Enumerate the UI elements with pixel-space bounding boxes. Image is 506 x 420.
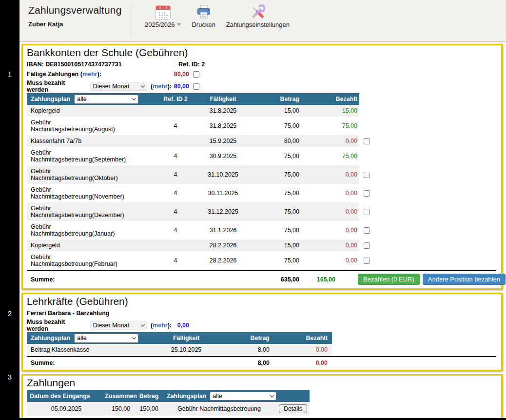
pay-select-checkbox[interactable]: [364, 227, 370, 234]
sum-label: Summe:: [27, 360, 228, 366]
app-header: Zahlungsverwaltung Zuber Katja 2025/2026: [19, 0, 506, 41]
details-button[interactable]: Details: [279, 404, 307, 413]
teacher-sum-row: Summe: 8,00 0,00: [27, 356, 496, 366]
payment-due-date: 30.11.2025: [193, 190, 253, 197]
plan-filter-select[interactable]: alle: [74, 95, 138, 104]
chevron-down-icon: [141, 322, 145, 326]
payment-name: Klassenfahrt 7a/7b: [27, 138, 133, 144]
fee-table-row: Gebühr Nachmittagsbetreuung(August) 4 31…: [27, 117, 496, 135]
sum-paid: 0,00: [272, 360, 332, 366]
pay-select-checkbox[interactable]: [364, 258, 370, 264]
panel-bank-accounts: Bankkonten der Schule (Gebühren) IBAN: D…: [21, 44, 503, 290]
fee-table-row: Gebühr Nachmittagsbetreuung(Februar) 4 2…: [27, 251, 496, 270]
teacher-must-pay-amount: 0,00: [172, 321, 189, 330]
chevron-down-icon: [270, 393, 274, 397]
payment-date: 05.09.2025: [27, 405, 106, 412]
chevron-down-icon: [177, 23, 181, 28]
payment-paid: 15,00: [302, 107, 359, 114]
must-pay-more-link[interactable]: mehr: [153, 83, 168, 90]
panel-payments: Zahlungen Datum des Eingangs Zusammen Be…: [21, 374, 503, 420]
pay-button[interactable]: Bezahlen (0 EUR): [358, 274, 420, 285]
payment-settings-label: Zahlungseinstellungen: [226, 21, 290, 28]
section-marker-2: 2: [0, 309, 19, 318]
pay-select-checkbox[interactable]: [364, 138, 370, 144]
payment-due-date: 31.8.2025: [193, 122, 253, 129]
due-more-link[interactable]: mehr: [82, 71, 97, 78]
payments-plan-filter-select[interactable]: alle: [210, 392, 276, 400]
payment-due-date: 28.2.2026: [193, 257, 253, 264]
col-amount: Betrag: [228, 335, 272, 341]
teacher-must-pay-line: Muss bezahlt werden Dieser Monat (mehr):: [27, 319, 172, 332]
section-title-teachers: Lehrkräfte (Gebühren): [27, 296, 496, 307]
due-amount-checkbox[interactable]: [193, 71, 199, 78]
print-button[interactable]: Drucken: [192, 3, 215, 41]
calendar-icon: [156, 3, 171, 21]
pay-other-position-button[interactable]: Andere Position bezahlen: [423, 274, 506, 285]
school-year-label: 2025/2026: [145, 21, 175, 28]
chevron-down-icon: [141, 83, 145, 87]
payment-paid: 75,00: [302, 122, 359, 129]
printer-icon: [196, 3, 212, 21]
payment-paid: 0,00: [302, 171, 359, 178]
pay-select-checkbox[interactable]: [364, 190, 370, 197]
ref-id-label: Ref. ID: 2: [172, 60, 202, 69]
payment-paid: 0,00: [302, 138, 359, 144]
toolbar: 2025/2026: [131, 0, 290, 41]
col-amount: Betrag: [253, 96, 302, 102]
payment-paid: 0,00: [272, 346, 332, 353]
payment-name: Gebühr Nachmittagsbetreuung(November): [27, 186, 133, 200]
sum-amount: 8,00: [228, 360, 272, 366]
col-due-date: Fälligkeit: [145, 335, 228, 341]
payment-name: Gebühr Nachmittagsbetreuung(Februar): [27, 254, 133, 267]
must-pay-amount: 80,00: [172, 82, 189, 91]
payment-paid: 0,00: [302, 242, 359, 249]
payments-table-header: Datum des Eingangs Zusammen Betrag Zahlu…: [27, 390, 310, 402]
must-pay-checkbox[interactable]: [193, 83, 199, 90]
account-info: IBAN: DE81500105174374737731 Ref. ID: 2 …: [27, 60, 496, 93]
student-name: Zuber Katja: [28, 20, 131, 28]
payment-paid: 75,00: [302, 153, 359, 160]
print-label: Drucken: [192, 21, 215, 28]
due-payments-line: Fällige Zahlungen (mehr):: [27, 70, 172, 79]
pay-select-checkbox[interactable]: [364, 172, 370, 178]
payment-ref-id: 4: [158, 227, 193, 234]
payment-due-date: 25.10.2025: [145, 346, 228, 353]
col-total: Zusammen: [106, 393, 136, 400]
payment-due-date: 28.2.2026: [193, 242, 253, 249]
must-pay-period-select[interactable]: Dieser Monat: [90, 82, 147, 91]
plan-filter-label: Zahlungsplan: [31, 335, 70, 341]
teacher-table-row: Beitrag Klassenkasse 25.10.2025 8,00 0,0…: [27, 344, 332, 356]
page-title: Zahlungsverwaltung: [28, 4, 131, 16]
payment-due-date: 30.9.2025: [193, 153, 253, 160]
teacher-table-body: Beitrag Klassenkasse 25.10.2025 8,00 0,0…: [27, 344, 496, 356]
payment-name: Kopiergeld: [27, 242, 133, 249]
teacher-period-select[interactable]: Dieser Monat: [90, 321, 147, 330]
teacher-info: Ferrari Barbara - Barzahlung Muss bezahl…: [27, 309, 496, 332]
chevron-down-icon: [132, 335, 136, 339]
fees-table-header: Zahlungsplan alle Ref. ID 2 Fälligkeit B…: [27, 93, 359, 105]
must-pay-line: Muss bezahlt werden Dieser Monat (mehr):: [27, 80, 172, 93]
payment-name: Gebühr Nachmittagsbetreuung(Oktober): [27, 168, 133, 181]
teacher-more-link[interactable]: mehr: [153, 322, 168, 329]
col-ref-id: Ref. ID 2: [158, 96, 193, 102]
teacher-plan-filter-select[interactable]: alle: [74, 334, 138, 343]
payment-ref-id: 4: [158, 190, 193, 197]
teacher-name: Ferrari Barbara - Barzahlung: [27, 309, 202, 318]
pay-select-checkbox[interactable]: [364, 209, 370, 215]
sum-paid: 165,00: [302, 276, 335, 283]
payment-amount: 15,00: [253, 242, 302, 249]
payment-due-date: 31.10.2025: [193, 171, 253, 178]
plan-filter-label: Zahlungsplan: [31, 96, 70, 102]
pay-select-checkbox[interactable]: [364, 242, 370, 249]
fees-table-body: Kopiergeld 31.8.2025 15,00 15,00 Gebühr …: [27, 105, 496, 270]
payment-settings-button[interactable]: Zahlungseinstellungen: [226, 3, 290, 41]
payment-paid: 0,00: [302, 257, 359, 264]
payment-paid: 0,00: [302, 208, 359, 215]
payment-ref-id: 4: [158, 257, 193, 264]
teacher-table-header: Zahlungsplan alle Fälligkeit Betrag Beza…: [27, 332, 332, 344]
school-year-dropdown[interactable]: 2025/2026: [145, 3, 181, 41]
payment-name: Gebühr Nachmittagsbetreuung(August): [27, 119, 133, 133]
payment-name: Gebühr Nachmittagsbetreuung(September): [27, 149, 133, 163]
fee-table-row: Gebühr Nachmittagsbetreuung(Januar) 4 31…: [27, 221, 496, 240]
col-date: Datum des Eingangs: [27, 393, 106, 400]
